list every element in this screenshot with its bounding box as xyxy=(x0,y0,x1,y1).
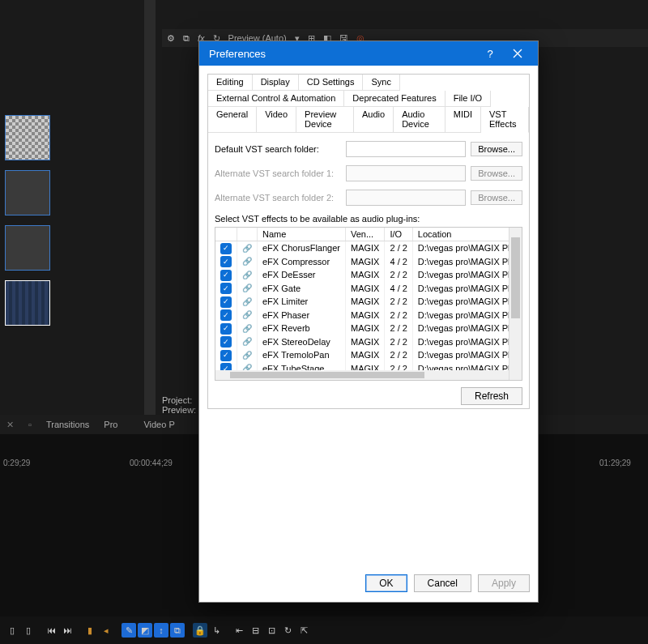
grid-hscrollbar[interactable] xyxy=(215,370,509,380)
help-button[interactable]: ? xyxy=(476,41,504,66)
cell-vendor: MAGIX xyxy=(346,322,385,335)
tab-general[interactable]: General xyxy=(208,107,257,133)
cell-io: 2 / 2 xyxy=(385,335,412,349)
cell-io: 2 / 2 xyxy=(385,322,412,335)
close-icon[interactable] xyxy=(504,41,531,66)
cell-location: D:\vegas pro\MAGIX Plugins\es xyxy=(412,322,509,335)
tab-sync[interactable]: Sync xyxy=(363,75,399,91)
dialog-tabs: EditingDisplayCD SettingsSyncExternal Co… xyxy=(207,74,530,409)
checkbox[interactable] xyxy=(220,256,232,267)
checkbox[interactable] xyxy=(220,296,232,308)
checkbox[interactable] xyxy=(220,283,232,294)
browse-button[interactable]: Browse... xyxy=(471,190,522,205)
tab-editing[interactable]: Editing xyxy=(208,75,253,91)
column-header[interactable] xyxy=(215,228,237,241)
tab-pin-icon[interactable]: ▫ xyxy=(28,420,32,429)
vst-grid: NameVen...I/OLocation 🔗eFX ChorusFlanger… xyxy=(215,227,522,381)
table-row[interactable]: 🔗eFX GateMAGIX4 / 2D:\vegas pro\MAGIX Pl… xyxy=(215,282,509,296)
media-thumb[interactable] xyxy=(5,225,50,271)
timecode: 00:00:44;29 xyxy=(130,458,173,467)
apply-button: Apply xyxy=(478,574,530,592)
cell-io: 2 / 2 xyxy=(385,268,412,282)
checkbox[interactable] xyxy=(220,336,232,348)
copy-icon[interactable]: ⧉ xyxy=(183,33,190,44)
tab-pro[interactable]: Pro xyxy=(104,420,117,429)
field-default-vst: Default VST search folder: Browse... xyxy=(215,141,522,157)
tab-vst-effects[interactable]: VST Effects xyxy=(481,107,529,133)
tab-display[interactable]: Display xyxy=(253,75,299,91)
media-thumb[interactable] xyxy=(5,170,50,215)
tool-icon[interactable]: ⇤ xyxy=(232,623,246,638)
tool-icon[interactable]: ⊟ xyxy=(248,623,262,638)
tray-icon[interactable]: ▮ xyxy=(83,623,97,638)
tab-deprecated-features[interactable]: Deprecated Features xyxy=(344,91,445,107)
cell-name: eFX DeEsser xyxy=(258,268,346,282)
table-row[interactable]: 🔗eFX ReverbMAGIX2 / 2D:\vegas pro\MAGIX … xyxy=(215,322,509,335)
field-alt-vst-2: Alternate VST search folder 2: Browse... xyxy=(215,190,522,206)
column-header[interactable] xyxy=(237,228,258,241)
tray-icon[interactable]: ▯ xyxy=(5,623,19,638)
dialog-titlebar[interactable]: Preferences ? xyxy=(199,41,538,66)
tab-video[interactable]: Video xyxy=(257,107,296,133)
tab-cd-settings[interactable]: CD Settings xyxy=(299,75,364,91)
checkbox[interactable] xyxy=(220,309,232,321)
tab-preview-device[interactable]: Preview Device xyxy=(296,107,354,133)
plugin-icon: 🔗 xyxy=(237,268,258,282)
media-thumb[interactable] xyxy=(5,280,50,326)
default-vst-input[interactable] xyxy=(346,141,466,157)
panel-scrollbar[interactable] xyxy=(144,0,156,417)
column-header[interactable]: Name xyxy=(258,228,346,241)
tab-audio[interactable]: Audio xyxy=(354,107,394,133)
tab-vst-effects: Default VST search folder: Browse... Alt… xyxy=(208,133,529,408)
alt2-vst-input xyxy=(346,190,466,206)
tab-midi[interactable]: MIDI xyxy=(446,107,481,133)
gear-icon[interactable]: ⚙ xyxy=(167,33,175,44)
tool-icon[interactable]: 🔒 xyxy=(193,623,207,638)
column-header[interactable]: Ven... xyxy=(346,228,385,241)
checkbox[interactable] xyxy=(220,243,232,254)
cell-name: eFX Limiter xyxy=(258,295,346,309)
checkbox[interactable] xyxy=(220,323,232,335)
tab-transitions[interactable]: Transitions xyxy=(46,420,89,429)
table-row[interactable]: 🔗eFX PhaserMAGIX2 / 2D:\vegas pro\MAGIX … xyxy=(215,309,509,322)
tab-close-icon[interactable]: ✕ xyxy=(6,420,14,430)
tray-icon[interactable]: ◂ xyxy=(99,623,113,638)
cell-vendor: MAGIX xyxy=(346,309,385,322)
cell-name: eFX TremoloPan xyxy=(258,348,346,362)
tab-file-i-o[interactable]: File I/O xyxy=(446,91,491,107)
tool-icon[interactable]: ⇱ xyxy=(296,623,311,638)
column-header[interactable]: I/O xyxy=(385,228,412,241)
tool-icon[interactable]: ⧉ xyxy=(170,623,185,638)
tab-video-preview[interactable]: Video P xyxy=(143,420,174,429)
table-row[interactable]: 🔗eFX ChorusFlangerMAGIX2 / 2D:\vegas pro… xyxy=(215,241,509,255)
column-header[interactable]: Location xyxy=(412,228,509,241)
media-thumb[interactable] xyxy=(5,115,50,160)
tool-icon[interactable]: ◩ xyxy=(138,623,152,638)
cell-vendor: MAGIX xyxy=(346,255,385,269)
checkbox[interactable] xyxy=(220,270,232,281)
tool-icon[interactable]: ↳ xyxy=(209,623,224,638)
table-row[interactable]: 🔗eFX LimiterMAGIX2 / 2D:\vegas pro\MAGIX… xyxy=(215,295,509,309)
cell-vendor: MAGIX xyxy=(346,335,385,349)
tab-external-control-automation[interactable]: External Control & Automation xyxy=(208,91,344,107)
table-row[interactable]: 🔗eFX StereoDelayMAGIX2 / 2D:\vegas pro\M… xyxy=(215,335,509,349)
cancel-button[interactable]: Cancel xyxy=(414,574,471,592)
tool-icon[interactable]: ↕ xyxy=(154,623,168,638)
tray-icon[interactable]: ⏭ xyxy=(60,623,75,638)
browse-button[interactable]: Browse... xyxy=(471,166,522,181)
tray-icon[interactable]: ⏮ xyxy=(44,623,58,638)
browse-button[interactable]: Browse... xyxy=(471,142,522,156)
tool-icon[interactable]: ✎ xyxy=(122,623,136,638)
table-row[interactable]: 🔗eFX TremoloPanMAGIX2 / 2D:\vegas pro\MA… xyxy=(215,348,509,362)
refresh-button[interactable]: Refresh xyxy=(461,387,522,405)
tool-icon[interactable]: ↻ xyxy=(280,623,295,638)
tool-icon[interactable]: ⊡ xyxy=(264,623,279,638)
checkbox[interactable] xyxy=(220,350,232,361)
ok-button[interactable]: OK xyxy=(365,574,407,592)
table-row[interactable]: 🔗eFX DeEsserMAGIX2 / 2D:\vegas pro\MAGIX… xyxy=(215,268,509,282)
tab-audio-device[interactable]: Audio Device xyxy=(394,107,446,133)
table-row[interactable]: 🔗eFX CompressorMAGIX4 / 2D:\vegas pro\MA… xyxy=(215,255,509,269)
plugin-icon: 🔗 xyxy=(237,322,258,335)
grid-vscrollbar[interactable] xyxy=(509,228,522,380)
tray-icon[interactable]: ▯ xyxy=(21,623,36,638)
